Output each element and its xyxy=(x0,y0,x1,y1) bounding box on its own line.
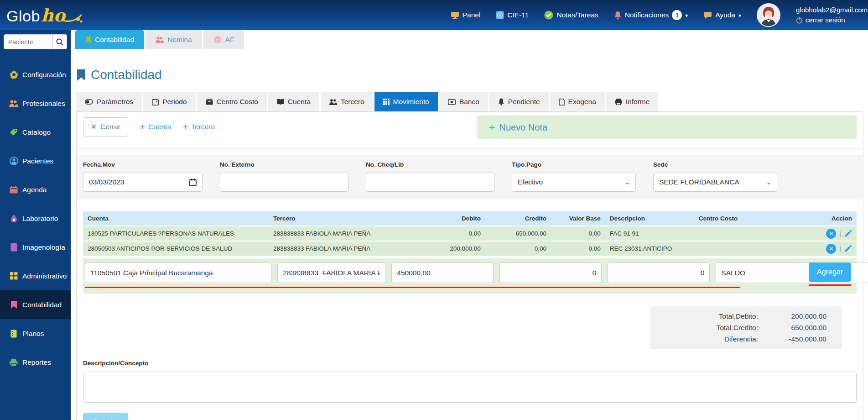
entry-descripcion-input[interactable] xyxy=(716,262,818,283)
entry-fields xyxy=(85,262,740,288)
concept-textarea[interactable] xyxy=(83,372,857,403)
subtab-label: Tercero xyxy=(341,98,364,106)
fecha-value: 03/03/2023 xyxy=(89,178,125,186)
tab-nomina[interactable]: Nomina xyxy=(146,30,202,49)
nav-notas-tareas[interactable]: Notas/Tareas xyxy=(544,10,598,20)
cell-centro-costo xyxy=(694,242,802,256)
delete-row-icon[interactable]: ✕ xyxy=(826,229,836,239)
tag-icon xyxy=(9,128,18,136)
subtab-cuenta[interactable]: Cuenta xyxy=(268,92,319,111)
sede-select[interactable]: SEDE FLORIDABLANCA ⌄ xyxy=(653,173,777,192)
nav-panel[interactable]: Panel xyxy=(451,11,481,19)
nueva-nota-button[interactable]: + Nuevo Nota xyxy=(477,116,857,139)
sidebar-item-imagenologia[interactable]: Imagenología xyxy=(0,233,71,262)
plus-icon: + xyxy=(183,122,188,132)
check-circle-icon xyxy=(544,10,553,20)
logo-text: Glob xyxy=(6,7,40,25)
logo-script-text: ho xyxy=(41,5,65,26)
subtab-parametros[interactable]: Parámetros xyxy=(76,92,142,111)
sidebar-item-planos[interactable]: Planos xyxy=(0,319,71,348)
sidebar-item-laboratorio[interactable]: Laboratorio xyxy=(0,204,71,233)
power-icon xyxy=(796,17,803,24)
field-no-externo: No. Externo xyxy=(220,161,348,192)
add-tercero-button[interactable]: + Tercero xyxy=(183,122,215,132)
entry-debito-input[interactable] xyxy=(391,262,494,283)
sidebar-item-reportes[interactable]: Reportes xyxy=(0,348,71,377)
bell-icon xyxy=(614,11,622,20)
sidebar-item-contabilidad[interactable]: Contabilidad xyxy=(0,290,71,319)
subtab-label: Banco xyxy=(459,98,479,106)
logout-button[interactable]: cerrar sesión xyxy=(796,15,868,26)
table-row: 28050503 ANTICIPOS POR SERVICIOS DE SALU… xyxy=(83,242,857,256)
subtab-label: Pendiente xyxy=(508,98,540,106)
tab-label: Nomina xyxy=(167,36,192,44)
sidebar-item-configuracion[interactable]: Configuración xyxy=(0,60,71,89)
calendar-icon xyxy=(9,186,18,194)
entry-credito-input[interactable] xyxy=(499,262,602,283)
guardar-button[interactable]: Guardar xyxy=(83,413,128,420)
sidebar-item-catalogo[interactable]: Catalogo xyxy=(0,118,71,147)
edit-row-icon[interactable] xyxy=(844,245,852,252)
fecha-input[interactable]: 03/03/2023 xyxy=(83,173,203,192)
nav-cie11[interactable]: CIE-11 xyxy=(496,11,529,19)
subtab-tercero[interactable]: Tercero xyxy=(321,92,373,111)
total-debito-row: Total.Debito: 200,000.00 xyxy=(650,310,826,322)
subtab-label: Parámetros xyxy=(97,98,133,106)
app-logo[interactable]: Glob ho xyxy=(0,5,201,26)
agregar-button[interactable]: Agregar xyxy=(809,262,851,282)
delete-row-icon[interactable]: ✕ xyxy=(826,244,836,254)
cerrar-button[interactable]: ✕ Cerrar xyxy=(83,117,128,136)
total-debito-label: Total.Debito: xyxy=(719,310,758,322)
cell-centro-costo xyxy=(694,226,802,241)
subtab-banco[interactable]: Banco xyxy=(439,92,488,111)
subtab-pendiente[interactable]: Pendiente xyxy=(489,92,549,111)
tipo-pago-select[interactable]: Efectivo ⌄ xyxy=(512,173,636,192)
cell-debito: 0,00 xyxy=(423,226,485,241)
tab-contabilidad[interactable]: Contabilidad xyxy=(75,30,144,49)
diferencia-row: Diferencia: -450,000.00 xyxy=(650,333,826,345)
tab-af[interactable]: AF xyxy=(203,30,244,49)
sidebar-item-administrativo[interactable]: Administrativo xyxy=(0,262,71,290)
search-button[interactable] xyxy=(53,34,67,49)
notification-badge: 1 xyxy=(672,10,682,20)
col-tercero: Tercero xyxy=(269,211,423,226)
total-credito-label: Total.Credito: xyxy=(717,322,758,333)
cell-credito: 0,00 xyxy=(485,242,551,256)
avatar[interactable] xyxy=(757,3,780,27)
nav-notificaciones[interactable]: Notificaciones 1 ▾ xyxy=(614,10,688,20)
nueva-nota-label: Nuevo Nota xyxy=(499,122,547,133)
subtab-label: Periodo xyxy=(162,98,187,106)
subtab-exogena[interactable]: Exogena xyxy=(550,92,605,111)
subtab-movimiento[interactable]: Movimiento xyxy=(374,92,438,111)
entry-cuenta-input[interactable] xyxy=(85,262,271,283)
col-descripcion: Descripcion xyxy=(605,211,694,226)
calendar-icon xyxy=(152,99,159,105)
entry-tercero-input[interactable] xyxy=(277,262,385,283)
edit-row-icon[interactable] xyxy=(844,230,852,237)
add-cuenta-label: Cuenta xyxy=(148,123,171,131)
nav-ayuda[interactable]: Ayuda ▾ xyxy=(703,11,741,19)
externo-input[interactable] xyxy=(220,173,348,192)
sidebar-item-agenda[interactable]: Agenda xyxy=(0,175,71,204)
entry-valor-base-input[interactable] xyxy=(608,262,710,283)
subtab-periodo[interactable]: Periodo xyxy=(143,92,195,111)
bookmark-icon xyxy=(85,36,91,44)
calendar-icon[interactable] xyxy=(189,178,197,186)
subtab-informe[interactable]: Informe xyxy=(606,92,659,111)
sidebar-item-label: Agenda xyxy=(22,186,47,194)
patient-search-input[interactable] xyxy=(4,34,53,49)
chevron-down-icon: ▾ xyxy=(685,12,688,19)
concept-section: Descripcion/Concepto xyxy=(83,359,857,403)
grid-icon xyxy=(383,99,390,105)
subtab-label: Movimiento xyxy=(393,98,429,106)
sidebar-item-label: Pacientes xyxy=(22,157,53,165)
sidebar-item-profesionales[interactable]: Profesionales xyxy=(0,89,71,118)
chevron-down-icon: ⌄ xyxy=(625,179,630,186)
subtab-label: Exogena xyxy=(568,98,596,106)
cie11-icon xyxy=(496,11,504,19)
sidebar-item-pacientes[interactable]: Pacientes xyxy=(0,147,71,175)
add-cuenta-button[interactable]: + Cuenta xyxy=(140,122,171,132)
layers-icon xyxy=(213,36,222,43)
cheq-input[interactable] xyxy=(366,173,494,192)
subtab-centro-costo[interactable]: Centro Costo xyxy=(197,92,267,111)
